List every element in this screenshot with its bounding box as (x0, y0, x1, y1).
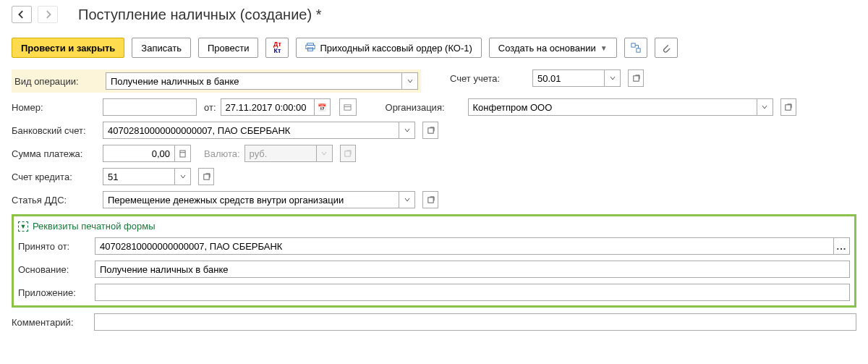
svg-rect-14 (427, 197, 433, 202)
received-from-input[interactable] (95, 237, 834, 255)
save-button[interactable]: Записать (132, 38, 191, 58)
operation-type-input[interactable] (106, 72, 402, 90)
org-dropdown[interactable] (757, 98, 773, 116)
printer-icon (305, 42, 315, 54)
svg-rect-4 (636, 48, 639, 52)
org-label: Организация: (386, 102, 464, 113)
received-from-select-button[interactable]: ... (834, 237, 850, 255)
from-label: от: (204, 102, 216, 113)
attach-button[interactable] (655, 38, 678, 58)
currency-label: Валюта: (204, 148, 240, 159)
print-form-section: ▼ Реквизиты печатной формы Принято от: .… (12, 214, 856, 308)
dds-open-button[interactable] (422, 191, 438, 208)
org-input[interactable] (468, 98, 757, 116)
print-form-title: Реквизиты печатной формы (33, 221, 156, 232)
account-label: Счет учета: (450, 73, 528, 84)
svg-rect-10 (180, 151, 185, 157)
account-dropdown[interactable] (605, 69, 621, 87)
basis-label: Основание: (18, 264, 90, 275)
sum-input[interactable] (103, 145, 175, 162)
credit-label: Счет кредита: (12, 172, 98, 182)
attachment-label: Приложение: (18, 287, 90, 298)
submit-button[interactable]: Провести (198, 38, 259, 58)
credit-open-button[interactable] (198, 168, 214, 185)
operation-type-dropdown[interactable] (402, 72, 418, 90)
account-input[interactable] (532, 69, 605, 87)
org-open-button[interactable] (780, 98, 796, 116)
number-label: Номер: (12, 102, 98, 113)
chevron-down-icon: ▼ (600, 44, 608, 52)
svg-rect-13 (203, 174, 208, 179)
create-based-label: Создать на основании (498, 43, 596, 54)
comment-input[interactable] (94, 313, 856, 331)
nav-forward-button[interactable] (38, 6, 58, 23)
sum-label: Сумма платежа: (12, 148, 98, 159)
bank-acc-label: Банковский счет: (12, 125, 98, 136)
operation-type-label: Вид операции: (14, 76, 101, 87)
submit-and-close-button[interactable]: Провести и закрыть (12, 38, 124, 58)
svg-rect-3 (631, 43, 634, 47)
currency-input (244, 145, 317, 162)
collapse-caret-icon: ▼ (18, 221, 28, 232)
bank-acc-open-button[interactable] (422, 122, 438, 139)
dds-input[interactable] (103, 191, 399, 208)
svg-rect-6 (344, 104, 351, 109)
basis-input[interactable] (95, 261, 850, 278)
print-ko1-label: Приходный кассовый ордер (КО-1) (320, 43, 472, 54)
svg-rect-12 (345, 151, 350, 156)
calculator-icon[interactable] (175, 145, 191, 162)
date-extra-button[interactable] (339, 98, 357, 116)
dt-kt-button[interactable]: ДтКт (265, 38, 289, 58)
print-form-header[interactable]: ▼ Реквизиты печатной формы (18, 221, 850, 232)
number-input[interactable] (103, 98, 197, 116)
svg-rect-9 (427, 127, 433, 132)
credit-dropdown[interactable] (175, 168, 191, 185)
currency-open-button (340, 145, 356, 162)
svg-rect-8 (786, 104, 791, 109)
account-open-button[interactable] (628, 69, 644, 87)
page-title: Поступление наличных (создание) * (78, 7, 321, 23)
currency-dropdown (317, 145, 333, 162)
date-input[interactable] (221, 98, 315, 116)
nav-back-button[interactable] (12, 6, 32, 23)
create-based-on-button[interactable]: Создать на основании ▼ (489, 38, 617, 58)
dds-label: Статья ДДС: (12, 195, 98, 206)
bank-acc-input[interactable] (103, 122, 399, 139)
comment-label: Комментарий: (12, 317, 90, 328)
credit-input[interactable] (103, 168, 175, 185)
attachment-input[interactable] (95, 284, 850, 301)
structure-button[interactable] (624, 38, 647, 58)
bank-acc-dropdown[interactable] (399, 122, 415, 139)
print-ko1-button[interactable]: Приходный кассовый ордер (КО-1) (296, 38, 481, 58)
calendar-icon[interactable]: 📅 (315, 98, 331, 116)
received-from-label: Принято от: (18, 241, 90, 252)
dds-dropdown[interactable] (399, 191, 415, 208)
svg-rect-1 (306, 45, 315, 48)
svg-rect-5 (633, 75, 638, 80)
